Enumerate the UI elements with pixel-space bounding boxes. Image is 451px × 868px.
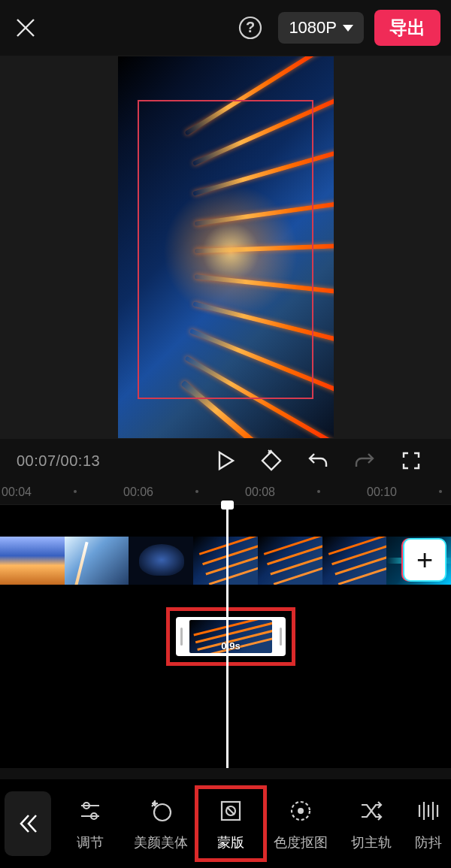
main-track[interactable] <box>0 537 451 585</box>
fullscreen-button[interactable] <box>392 442 430 479</box>
preview-area[interactable] <box>0 56 451 439</box>
clip-thumb[interactable] <box>65 537 129 585</box>
svg-text:?: ? <box>246 19 255 35</box>
clip-preview: 0.9s <box>189 620 272 653</box>
playhead[interactable] <box>226 505 229 768</box>
ruler-tick: 00:10 <box>367 485 397 499</box>
tool-stabilize[interactable]: 防抖 <box>406 786 451 861</box>
sparkle-icon <box>146 796 176 826</box>
clip-duration-label: 0.9s <box>221 640 240 652</box>
shuffle-icon <box>356 796 386 826</box>
timecode-text: 00:07/00:13 <box>17 452 100 470</box>
clip-thumb[interactable] <box>129 537 193 585</box>
tool-maintrack[interactable]: 切主轨 <box>336 786 406 861</box>
video-canvas <box>118 56 334 438</box>
clip-thumb[interactable] <box>0 537 65 585</box>
close-button[interactable] <box>11 13 41 43</box>
selected-clip-highlight: 0.9s <box>166 607 295 666</box>
clip-thumb[interactable] <box>258 537 322 585</box>
plus-icon: + <box>416 546 433 574</box>
selected-clip[interactable]: 0.9s <box>176 617 286 656</box>
chroma-icon <box>286 796 316 826</box>
svg-point-4 <box>154 804 171 821</box>
add-clip-button[interactable]: + <box>403 538 446 582</box>
clip-thumb[interactable] <box>322 537 387 585</box>
tool-beauty[interactable]: 美颜美体 <box>126 786 195 861</box>
tool-adjust[interactable]: 调节 <box>56 786 126 861</box>
svg-point-9 <box>298 808 304 814</box>
ruler-tick: 00:04 <box>2 485 32 499</box>
mask-icon <box>216 796 246 826</box>
tool-mask[interactable]: 蒙版 <box>195 786 265 861</box>
timeline[interactable]: + 0.9s <box>0 505 451 768</box>
crop-box[interactable] <box>138 100 313 399</box>
redo-button <box>346 442 383 479</box>
resolution-selector[interactable]: 1080P <box>278 12 364 44</box>
ruler-tick: 00:08 <box>245 485 275 499</box>
collapse-toolbar-button[interactable] <box>5 791 51 856</box>
clip-handle-left[interactable] <box>176 624 186 649</box>
clip-handle-right[interactable] <box>275 624 286 649</box>
stabilize-icon <box>413 796 443 826</box>
export-button[interactable]: 导出 <box>374 10 440 46</box>
keyframe-button[interactable] <box>253 442 290 479</box>
help-button[interactable]: ? <box>236 14 265 42</box>
sliders-icon <box>75 796 105 826</box>
chevron-down-icon <box>343 25 353 32</box>
tool-chroma[interactable]: 色度抠图 <box>266 786 336 861</box>
undo-button[interactable] <box>299 442 337 479</box>
ruler-tick: 00:06 <box>123 485 153 499</box>
resolution-label: 1080P <box>289 18 337 38</box>
play-button[interactable] <box>206 442 244 479</box>
